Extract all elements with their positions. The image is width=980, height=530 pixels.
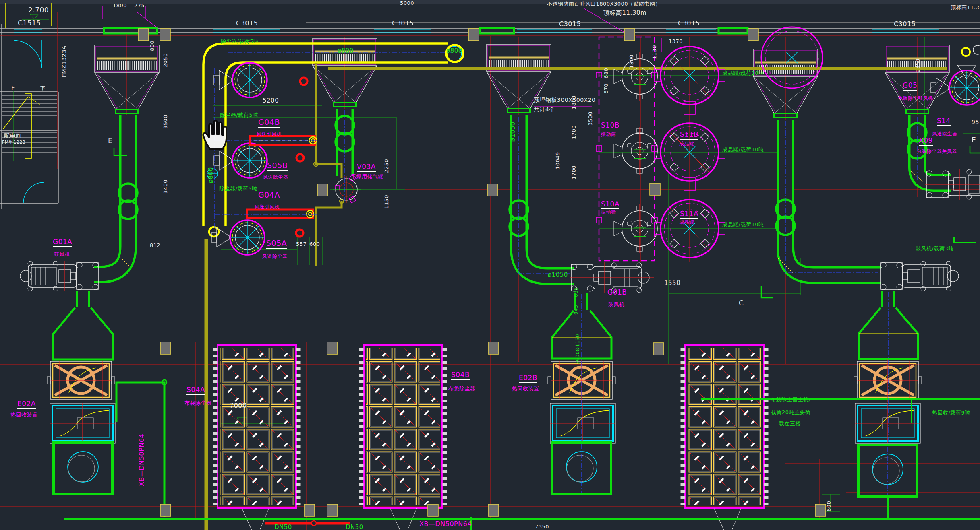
heatx-right <box>854 359 922 402</box>
heatx-e02b <box>548 359 615 402</box>
drawing-canvas[interactable]: 2.700C151518002755000C3015C3015C3015C301… <box>0 0 980 530</box>
cad-linework <box>0 0 980 530</box>
heatx-e02a <box>47 359 115 402</box>
